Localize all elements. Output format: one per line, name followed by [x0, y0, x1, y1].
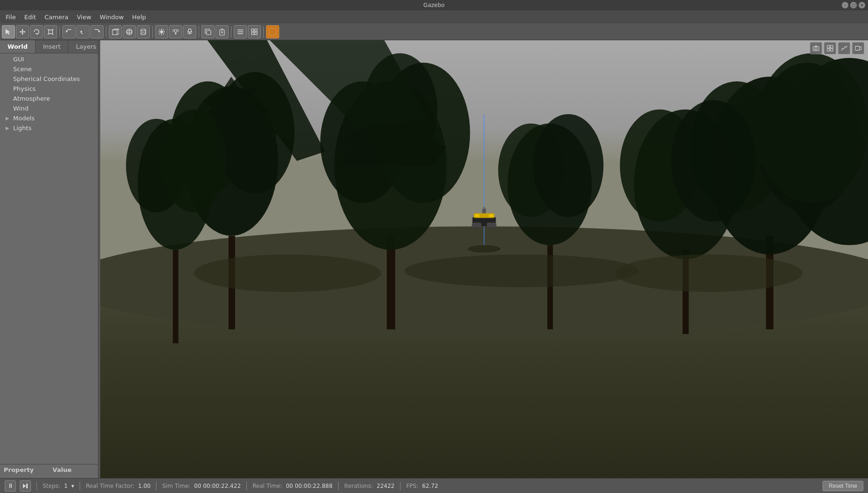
steps-dropdown[interactable]: ▾ [71, 483, 74, 489]
svg-marker-14 [80, 30, 82, 32]
plot-button[interactable] [838, 42, 850, 54]
gui-label: GUI [13, 56, 24, 63]
tree-panel: GUI Scene Spherical Coordinates Physics … [0, 53, 98, 464]
tab-insert[interactable]: Insert [36, 40, 68, 53]
translate-button[interactable] [16, 25, 29, 38]
sep4 [199, 26, 199, 37]
scale-button[interactable] [44, 25, 57, 38]
reset-time-button[interactable]: Reset Time [823, 481, 863, 491]
insert-cylinder-button[interactable] [137, 25, 150, 38]
svg-rect-63 [387, 236, 395, 330]
select-button[interactable] [2, 25, 15, 38]
tree-item-atmosphere[interactable]: Atmosphere [0, 94, 98, 103]
svg-marker-3 [22, 29, 23, 30]
wind-label: Wind [13, 105, 29, 112]
close-button[interactable]: ✕ [859, 2, 865, 8]
svg-rect-113 [831, 45, 833, 48]
content-area: World Insert Layers GUI Scene Spherical … [0, 40, 868, 478]
svg-rect-107 [482, 209, 486, 213]
tree-item-scene[interactable]: Scene [0, 64, 98, 74]
tree-item-models[interactable]: ▶ Models [0, 113, 98, 123]
svg-point-109 [468, 245, 501, 253]
lights-expand: ▶ [6, 125, 11, 131]
scene-label: Scene [13, 66, 32, 73]
svg-rect-112 [827, 45, 830, 48]
minimize-button[interactable]: – [842, 2, 848, 8]
view-mode-button[interactable] [824, 42, 836, 54]
lights-label: Lights [13, 125, 31, 132]
svg-line-11 [48, 34, 49, 35]
statusbar: ⏸ Steps: 1 ▾ Real Time Factor: 1.00 Sim … [0, 478, 868, 493]
rotate-button[interactable] [30, 25, 43, 38]
undo-button[interactable] [62, 25, 75, 38]
svg-line-19 [117, 34, 119, 35]
svg-line-42 [178, 29, 178, 30]
snap-button[interactable] [248, 25, 261, 38]
fps-label: FPS: [406, 483, 418, 489]
viewport[interactable] [100, 40, 868, 478]
svg-point-25 [141, 29, 146, 31]
svg-rect-74 [173, 250, 178, 344]
menu-camera[interactable]: Camera [41, 13, 72, 22]
sep-s3 [156, 482, 156, 490]
insert-sphere-button[interactable] [123, 25, 136, 38]
maximize-button[interactable]: □ [850, 2, 857, 8]
paste-button[interactable] [215, 25, 229, 38]
tree-item-spherical-coords[interactable]: Spherical Coordinates [0, 74, 98, 84]
align-button[interactable] [234, 25, 247, 38]
insert-box-button[interactable] [109, 25, 122, 38]
sep-s6 [400, 482, 401, 490]
svg-rect-119 [26, 484, 28, 488]
fps-value: 62.72 [422, 483, 438, 489]
sep1 [59, 26, 60, 37]
screenshot-button[interactable] [810, 42, 822, 54]
sep2 [106, 26, 106, 37]
svg-rect-108 [483, 207, 485, 209]
window-controls[interactable]: – □ ✕ [842, 2, 865, 8]
sep3 [152, 26, 153, 37]
sim-time-label: Sim Time: [162, 483, 190, 489]
tree-item-physics[interactable]: Physics [0, 84, 98, 94]
svg-point-29 [160, 30, 163, 33]
property-col1: Property [4, 466, 34, 473]
tree-item-gui[interactable]: GUI [0, 54, 98, 64]
svg-point-77 [161, 110, 227, 213]
svg-point-97 [615, 255, 802, 292]
menu-edit[interactable]: Edit [21, 13, 40, 22]
menu-help[interactable]: Help [128, 13, 150, 22]
viewport-controls [810, 42, 864, 54]
app-title: Gazebo [423, 2, 445, 8]
pause-button[interactable]: ⏸ [5, 480, 16, 492]
copy-button[interactable] [201, 25, 215, 38]
sep-s4 [246, 482, 247, 490]
real-time-label: Real Time: [252, 483, 282, 489]
current-model-button[interactable] [266, 25, 279, 38]
step-back-button[interactable] [76, 25, 89, 38]
menu-view[interactable]: View [73, 13, 95, 22]
svg-line-37 [159, 33, 160, 34]
video-button[interactable] [852, 42, 864, 54]
real-time-value: 00 00:00:22.888 [286, 483, 333, 489]
svg-rect-57 [255, 29, 257, 31]
svg-marker-6 [24, 31, 25, 33]
redo-button[interactable] [90, 25, 104, 38]
menu-file[interactable]: File [2, 13, 20, 22]
spot-light-button[interactable] [183, 25, 196, 38]
menu-window[interactable]: Window [96, 13, 127, 22]
svg-rect-106 [489, 214, 493, 217]
svg-rect-104 [487, 223, 496, 228]
tree-item-wind[interactable]: Wind [0, 103, 98, 113]
svg-point-90 [533, 114, 603, 217]
main-layout: World Insert Layers GUI Scene Spherical … [0, 23, 868, 493]
step-button[interactable] [20, 480, 31, 492]
svg-marker-5 [20, 31, 21, 33]
tab-world[interactable]: World [0, 40, 36, 53]
iterations-label: Iterations: [344, 483, 373, 489]
tree-item-lights[interactable]: ▶ Lights [0, 123, 98, 133]
property-col2: Value [52, 466, 72, 473]
directional-light-button[interactable] [155, 25, 168, 38]
svg-marker-4 [22, 33, 23, 35]
svg-line-12 [52, 34, 53, 35]
point-light-button[interactable] [169, 25, 182, 38]
property-header: Property Value [4, 466, 94, 473]
